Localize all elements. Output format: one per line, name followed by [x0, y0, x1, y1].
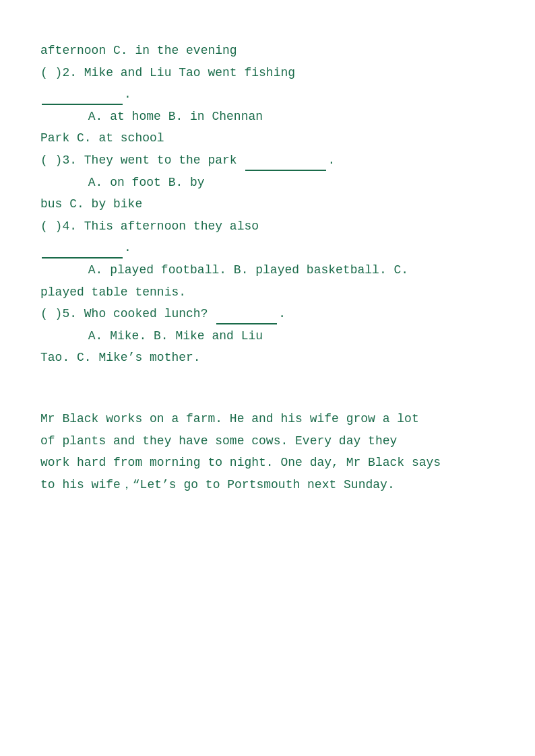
line-9b: Tao. C. Mike’s mother.	[40, 347, 495, 368]
line-2: ( )2. Mike and Liu Tao went fishing	[40, 63, 495, 83]
period-3: .	[327, 153, 335, 167]
para-1-text: Mr Black works on a farm. He and his wif…	[40, 412, 419, 425]
para-line-2: of plants and they have some cows. Every…	[40, 431, 495, 452]
period-5: .	[278, 307, 286, 320]
para-line-3: work hard from morning to night. One day…	[40, 452, 495, 473]
line-5a: A. on foot B. by	[40, 172, 495, 193]
line-5b-text: bus C. by bike	[40, 197, 142, 211]
answer-blank-3	[245, 170, 326, 171]
line-7b: played table tennis.	[40, 282, 495, 303]
answer-blank-5	[216, 323, 277, 324]
line-3a-text: A. at home B. in Chennan	[88, 110, 263, 123]
line-7b-text: played table tennis.	[40, 285, 186, 299]
main-content: afternoon C. in the evening ( )2. Mike a…	[40, 40, 495, 495]
line-3b: Park C. at school	[40, 128, 495, 149]
line-5b: bus C. by bike	[40, 194, 495, 215]
line-6-blank-line: .	[40, 238, 495, 259]
line-8-text: ( )5. Who cooked lunch?	[40, 307, 208, 320]
period-2: .	[124, 88, 131, 101]
line-6: ( )4. This afternoon they also	[40, 216, 495, 237]
line-7a-text: A. played football. B. played basketball…	[88, 263, 408, 277]
line-3a: A. at home B. in Chennan	[40, 106, 495, 127]
line-1: afternoon C. in the evening	[40, 40, 495, 61]
line-9b-text: Tao. C. Mike’s mother.	[40, 351, 201, 364]
para-line-4: to his wife，“Let’s go to Portsmouth next…	[40, 475, 495, 495]
line-9a: A. Mike. B. Mike and Liu	[40, 326, 495, 347]
answer-blank-2	[42, 104, 123, 105]
line-5a-text: A. on foot B. by	[88, 176, 205, 189]
line-4: ( )3. They went to the park .	[40, 150, 495, 171]
line-9a-text: A. Mike. B. Mike and Liu	[88, 329, 263, 343]
para-line-1: Mr Black works on a farm. He and his wif…	[40, 409, 495, 429]
answer-blank-4	[42, 257, 123, 259]
para-2-text: of plants and they have some cows. Every…	[40, 434, 397, 448]
line-8: ( )5. Who cooked lunch? .	[40, 304, 495, 324]
para-4-text: to his wife，“Let’s go to Portsmouth next…	[40, 478, 395, 491]
line-7a: A. played football. B. played basketball…	[40, 260, 495, 281]
line-1-text: afternoon C. in the evening	[40, 44, 237, 57]
line-2-text: ( )2. Mike and Liu Tao went fishing	[40, 66, 295, 79]
line-3b-text: Park C. at school	[40, 131, 164, 145]
para-3-text: work hard from morning to night. One day…	[40, 456, 441, 469]
line-6-text: ( )4. This afternoon they also	[40, 219, 259, 233]
line-4-text: ( )3. They went to the park	[40, 153, 237, 167]
line-2-blank-line: .	[40, 84, 495, 105]
period-4: .	[124, 241, 131, 254]
